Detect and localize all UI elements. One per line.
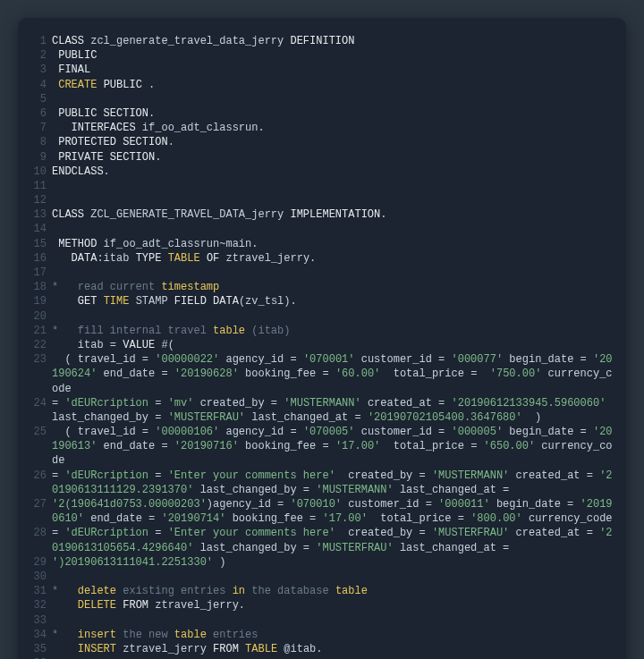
code-line: 7 INTERFACES if_oo_adt_classrun. [30,121,614,135]
line-number: 33 [30,613,52,628]
line-number: 9 [30,150,52,165]
code-content: * fill internal travel table (itab) [52,324,614,338]
code-content: PROTECTED SECTION. [52,135,614,149]
line-number: 25 [30,425,52,439]
code-line: 13CLASS ZCL_GENERATE_TRAVEL_DATA_jerry I… [30,207,614,222]
line-number: 22 [30,338,52,352]
code-line: 5 [30,92,614,106]
code-line: 23 ( travel_id = '00000022' agency_id = … [30,352,614,396]
line-number: 29 [30,555,52,570]
line-number: 34 [30,628,52,642]
line-number: 15 [30,237,52,251]
code-content: CLASS ZCL_GENERATE_TRAVEL_DATA_jerry IMP… [52,207,614,222]
code-content: METHOD if_oo_adt_classrun~main. [52,237,614,251]
code-line: 31* delete existing entries in the datab… [30,584,614,598]
line-number: 14 [30,222,52,236]
code-line: 15 METHOD if_oo_adt_classrun~main. [30,237,614,251]
code-line: 28= 'dEURcription = 'Enter your comments… [30,526,614,554]
line-number: 8 [30,135,52,149]
code-line: 26= 'dEURcription = 'Enter your comments… [30,469,614,497]
code-line: 18* read current timestamp [30,280,614,294]
code-content: ')20190613111041.2251330' ) [52,555,614,570]
line-number: 3 [30,63,52,77]
line-number: 23 [30,352,52,367]
code-line: 14 [30,222,614,236]
code-line: 11 [30,179,614,193]
line-number: 13 [30,207,52,222]
code-line: 9 PRIVATE SECTION. [30,150,614,165]
code-line: 30 [30,570,614,584]
line-number: 28 [30,526,52,540]
code-content: * delete existing entries in the databas… [52,584,614,598]
line-number: 10 [30,165,52,179]
line-number: 30 [30,570,52,584]
code-content: * insert the new table entries [52,628,614,642]
line-number: 35 [30,642,52,656]
code-content: * read current timestamp [52,280,614,294]
code-line: 20 [30,309,614,324]
code-line: 3 FINAL [30,63,614,77]
code-content: INTERFACES if_oo_adt_classrun. [52,121,614,135]
line-number: 4 [30,78,52,92]
code-line: 21* fill internal travel table (itab) [30,324,614,338]
code-line: 35 INSERT ztravel_jerry FROM TABLE @itab… [30,642,614,656]
code-content: INSERT ztravel_jerry FROM TABLE @itab. [52,642,614,656]
line-number: 2 [30,48,52,63]
code-content: PRIVATE SECTION. [52,150,614,165]
code-line: 19 GET TIME STAMP FIELD DATA(zv_tsl). [30,294,614,308]
line-number: 16 [30,251,52,266]
code-line: 34* insert the new table entries [30,628,614,642]
line-number: 19 [30,294,52,308]
code-content: DATA:itab TYPE TABLE OF ztravel_jerry. [52,251,614,266]
code-content: PUBLIC SECTION. [52,106,614,121]
code-line: 32 DELETE FROM ztravel_jerry. [30,598,614,613]
line-number: 31 [30,584,52,598]
line-number: 18 [30,280,52,294]
code-line: 4 CREATE PUBLIC . [30,78,614,92]
code-line: 8 PROTECTED SECTION. [30,135,614,149]
code-line: 24= 'dEURcription = 'mv' created_by = 'M… [30,396,614,425]
code-content: = 'dEURcription = 'Enter your comments h… [52,469,614,497]
code-content: ENDCLASS. [52,165,614,179]
code-editor: 1CLASS zcl_generate_travel_data_jerry DE… [18,18,626,659]
line-number: 32 [30,598,52,613]
line-number: 20 [30,309,52,324]
code-line: 17 [30,266,614,280]
code-content: itab = VALUE #( [52,338,614,352]
line-number: 11 [30,179,52,193]
line-number: 17 [30,266,52,280]
line-number: 6 [30,106,52,121]
code-line: 22 itab = VALUE #( [30,338,614,352]
line-number: 26 [30,469,52,483]
code-content: = 'dEURcription = 'mv' created_by = 'MUS… [52,396,614,425]
line-number: 12 [30,193,52,207]
code-line: 2 PUBLIC [30,48,614,63]
code-line: 6 PUBLIC SECTION. [30,106,614,121]
code-line: 27'2(190641d0753.00000203')agency_id = '… [30,497,614,526]
code-content: FINAL [52,63,614,77]
code-line: 16 DATA:itab TYPE TABLE OF ztravel_jerry… [30,251,614,266]
line-number: 21 [30,324,52,338]
line-number: 27 [30,497,52,511]
code-line: 1CLASS zcl_generate_travel_data_jerry DE… [30,34,614,48]
code-content: '2(190641d0753.00000203')agency_id = '07… [52,497,614,526]
code-content: GET TIME STAMP FIELD DATA(zv_tsl). [52,294,614,308]
code-content: CLASS zcl_generate_travel_data_jerry DEF… [52,34,614,48]
code-content: ( travel_id = '00000022' agency_id = '07… [52,352,614,396]
code-content: = 'dEURcription = 'Enter your comments h… [52,526,614,554]
code-line: 10ENDCLASS. [30,165,614,179]
line-number: 5 [30,92,52,106]
line-number: 1 [30,34,52,48]
code-line: 12 [30,193,614,207]
code-content: CREATE PUBLIC . [52,78,614,92]
line-number: 7 [30,121,52,135]
line-number: 24 [30,396,52,410]
code-line: 29')20190613111041.2251330' ) [30,555,614,570]
code-content: ( travel_id = '00000106' agency_id = '07… [52,425,614,469]
code-content: DELETE FROM ztravel_jerry. [52,598,614,613]
code-line: 33 [30,613,614,628]
code-content: PUBLIC [52,48,614,63]
code-line: 25 ( travel_id = '00000106' agency_id = … [30,425,614,469]
